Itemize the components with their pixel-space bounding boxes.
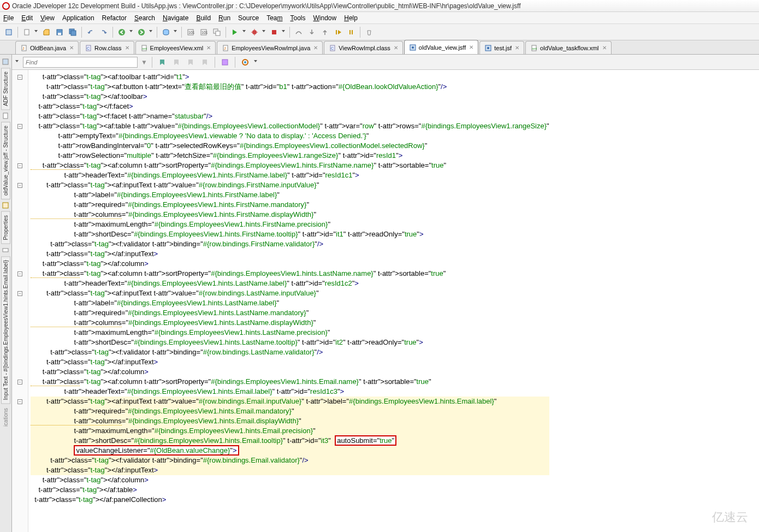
toolbar-save-all-icon[interactable] xyxy=(67,27,78,38)
code-line[interactable]: t-attr">required="#{bindings.EmployeesVi… xyxy=(31,200,549,210)
toolbar-rebuild-all-icon[interactable] xyxy=(211,27,222,38)
code-line[interactable]: t-attr">headerText="#{bindings.Employees… xyxy=(31,170,549,180)
toolbar-rebuild-icon[interactable]: 101 xyxy=(198,27,209,38)
audit-icon[interactable] xyxy=(240,57,251,68)
code-line[interactable]: t-attr">rowBandingInterval="0" t-attr">s… xyxy=(31,141,549,151)
toolbar-undo-icon[interactable] xyxy=(85,27,96,38)
code-editor[interactable]: −−−−−−−− t-attr">class="t-tag"><af:toolb… xyxy=(12,70,759,532)
code-line[interactable]: t-attr">class="t-tag"><af:toolbar t-attr… xyxy=(31,72,549,82)
code-line[interactable]: t-attr">class="t-tag"></f:facet> xyxy=(31,102,549,111)
code-line[interactable]: t-attr">class="t-tag"></af:toolbar> xyxy=(31,92,549,102)
code-line[interactable]: t-attr">class="t-tag"><f:facet t-attr">n… xyxy=(31,111,549,121)
menu-file[interactable]: File xyxy=(3,14,14,22)
fold-toggle[interactable]: − xyxy=(17,124,22,129)
code-line[interactable]: t-attr">class="t-tag"></af:column> xyxy=(31,259,549,269)
menu-team[interactable]: Team xyxy=(266,14,282,22)
document-tab-4[interactable]: CViewRowImpl.class✕ xyxy=(324,41,403,54)
find-next-icon[interactable]: ▼ xyxy=(141,58,147,66)
fold-toggle[interactable]: − xyxy=(17,380,22,385)
menu-refactor[interactable]: Refactor xyxy=(102,14,127,22)
code-line[interactable]: t-attr">required="#{bindings.EmployeesVi… xyxy=(31,308,549,318)
structure-pane-icon[interactable] xyxy=(2,58,10,67)
fold-toggle[interactable]: − xyxy=(17,75,22,80)
close-icon[interactable]: ✕ xyxy=(394,45,398,51)
code-line[interactable]: t-attr">emptyText="#{bindings.EmployeesV… xyxy=(31,131,549,141)
code-line[interactable]: t-attr">class="t-tag"><af:table t-attr">… xyxy=(31,121,549,131)
document-tab-7[interactable]: xmloldValue_taskflow.xml✕ xyxy=(525,41,611,54)
properties-pane-icon[interactable] xyxy=(2,202,10,210)
code-line[interactable]: t-attr">maximumLength="#{bindings.Employ… xyxy=(31,328,549,338)
sidebar-tab-file-structure[interactable]: oldValue_view.jsff - Structure xyxy=(1,122,10,199)
code-line[interactable]: t-attr">headerText="#{bindings.Employees… xyxy=(31,279,549,288)
code-line[interactable]: t-attr">shortDesc="#{bindings.EmployeesV… xyxy=(31,229,549,239)
menu-run[interactable]: Run xyxy=(218,14,230,22)
document-tab-2[interactable]: xmlEmployeesView.xml✕ xyxy=(135,41,216,54)
toolbar-stop-icon[interactable] xyxy=(269,27,280,38)
code-line[interactable]: t-attr">class="t-tag"></af:inputText> xyxy=(31,357,549,367)
code-line[interactable]: t-attr">maximumLength="#{bindings.Employ… xyxy=(31,426,549,436)
code-line[interactable]: valueChangeListener="#{OldBean.valueChan… xyxy=(31,446,549,456)
menu-source[interactable]: Source xyxy=(238,14,259,22)
toolbar-debug-icon[interactable] xyxy=(249,27,260,38)
toolbar-step-into-icon[interactable] xyxy=(306,27,317,38)
code-line[interactable]: t-attr">class="t-tag"><f:validator t-att… xyxy=(31,239,549,249)
toolbar-open-icon[interactable] xyxy=(41,27,52,38)
code-line[interactable]: t-attr">columns="#{bindings.EmployeesVie… xyxy=(31,416,549,426)
menu-view[interactable]: View xyxy=(40,14,55,22)
menu-edit[interactable]: Edit xyxy=(21,14,33,22)
code-line[interactable]: t-attr">class="t-tag"><f:validator t-att… xyxy=(31,456,549,465)
close-icon[interactable]: ✕ xyxy=(69,45,74,51)
menu-tools[interactable]: Tools xyxy=(290,14,306,22)
toolbar-back-icon[interactable] xyxy=(116,27,127,38)
code-line[interactable]: t-attr">maximumLength="#{bindings.Employ… xyxy=(31,220,549,229)
menu-search[interactable]: Search xyxy=(134,14,155,22)
design-view-icon[interactable] xyxy=(220,57,230,68)
editor-gutter[interactable]: −−−−−−−− xyxy=(12,70,28,532)
code-line[interactable]: t-attr">class="t-tag"><af:button t-attr"… xyxy=(31,82,549,92)
menu-help[interactable]: Help xyxy=(344,14,358,22)
toolbar-pause-icon[interactable] xyxy=(346,27,357,38)
sidebar-tab-inputtext[interactable]: Input Text - #{bindings.EmployeesView1.h… xyxy=(1,256,10,404)
document-tab-3[interactable]: JEmployeesViewRowImpl.java✕ xyxy=(217,41,323,54)
code-line[interactable]: t-attr">headerText="#{bindings.Employees… xyxy=(31,387,549,397)
code-line[interactable]: t-attr">class="t-tag"></af:column> xyxy=(31,475,549,485)
toolbar-db-icon[interactable] xyxy=(161,27,171,38)
bookmark-prev-icon[interactable] xyxy=(171,57,182,68)
toolbar-step-over-icon[interactable] xyxy=(293,27,304,38)
fold-toggle[interactable]: − xyxy=(17,271,22,276)
sidebar-tab-adf-structure[interactable]: ADF Structure xyxy=(1,68,10,110)
code-line[interactable]: t-attr">class="t-tag"></af:panelCollecti… xyxy=(31,495,549,505)
code-line[interactable]: t-attr">class="t-tag"></af:inputText> xyxy=(31,249,549,259)
toolbar-gc-icon[interactable] xyxy=(364,27,375,38)
bookmark-next-icon[interactable] xyxy=(185,57,196,68)
close-icon[interactable]: ✕ xyxy=(469,44,473,50)
bookmark-clear-icon[interactable] xyxy=(199,57,210,68)
code-line[interactable]: t-attr">columns="#{bindings.EmployeesVie… xyxy=(31,210,549,220)
close-icon[interactable]: ✕ xyxy=(515,45,519,51)
close-icon[interactable]: ✕ xyxy=(313,45,318,51)
fold-toggle[interactable]: − xyxy=(17,183,22,188)
toolbar-redo-icon[interactable] xyxy=(98,27,109,38)
document-tab-1[interactable]: CRow.class✕ xyxy=(80,41,134,54)
menu-window[interactable]: Window xyxy=(313,14,337,22)
dd-icon[interactable] xyxy=(34,30,39,34)
bookmark-toggle-icon[interactable] xyxy=(157,57,168,68)
toolbar-resume-icon[interactable] xyxy=(333,27,343,38)
toolbar-new-application-icon[interactable] xyxy=(3,27,14,38)
code-line[interactable]: t-attr">rowSelection="multiple" t-attr">… xyxy=(31,151,549,161)
sidebar-tab-properties[interactable]: Properties xyxy=(1,211,10,244)
fold-toggle[interactable]: − xyxy=(17,163,22,168)
toolbar-step-out-icon[interactable] xyxy=(319,27,330,38)
code-line[interactable]: t-attr">class="t-tag"><af:column t-attr"… xyxy=(31,161,549,170)
fold-toggle[interactable]: − xyxy=(17,291,22,296)
find-input[interactable] xyxy=(23,57,138,68)
code-line[interactable]: t-attr">class="t-tag"></af:inputText> xyxy=(31,465,549,475)
code-line[interactable]: t-attr">label="#{bindings.EmployeesView1… xyxy=(31,190,549,200)
fold-toggle[interactable]: − xyxy=(17,399,22,404)
code-line[interactable]: t-attr">class="t-tag"></af:table> xyxy=(31,485,549,495)
close-icon[interactable]: ✕ xyxy=(125,45,129,51)
code-line[interactable]: t-attr">class="t-tag"></af:column> xyxy=(31,367,549,377)
inputtext-pane-icon[interactable] xyxy=(2,246,10,255)
code-line[interactable]: t-attr">class="t-tag"><af:inputText t-at… xyxy=(31,288,549,298)
close-icon[interactable]: ✕ xyxy=(602,45,607,51)
